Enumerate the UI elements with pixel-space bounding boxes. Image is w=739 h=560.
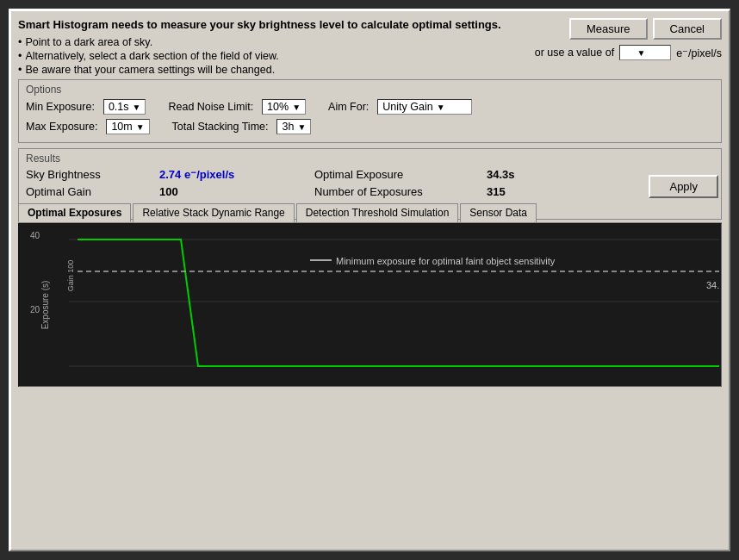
- min-exposure-dropdown[interactable]: 0.1s▼: [103, 99, 146, 115]
- main-title: Smart Histogram needs to measure your sk…: [18, 18, 535, 31]
- or-use-label: or use a value of: [535, 47, 614, 59]
- tab-sensor-data[interactable]: Sensor Data: [460, 203, 537, 222]
- bullet-3: • Be aware that your camera settings wil…: [18, 64, 535, 76]
- y-axis: 40 20: [19, 224, 41, 386]
- tabs-row: Optimal Exposures Relative Stack Dynamic…: [18, 203, 722, 223]
- aim-for-dropdown[interactable]: Unity Gain▼: [377, 99, 472, 115]
- svg-text:Gain 100: Gain 100: [66, 260, 75, 292]
- bullet-1: • Point to a dark area of sky.: [18, 36, 535, 48]
- total-stacking-label: Total Stacking Time:: [172, 121, 269, 133]
- aim-for-label: Aim For:: [328, 101, 369, 113]
- svg-text:34.3s: 34.3s: [706, 280, 719, 290]
- value-dropdown[interactable]: ▼: [619, 45, 671, 60]
- chart-area: 40 20 Exposure (s) Gain 100 Minimum expo…: [18, 223, 722, 387]
- apply-button[interactable]: Apply: [649, 175, 718, 198]
- measure-button[interactable]: Measure: [569, 18, 648, 40]
- y-tick-40: 40: [21, 231, 40, 240]
- cancel-button[interactable]: Cancel: [653, 18, 722, 40]
- tab-optimal-exposures[interactable]: Optimal Exposures: [18, 203, 131, 222]
- results-title: Results: [26, 152, 714, 165]
- pixel-unit-label: e⁻/pixel/s: [676, 47, 722, 59]
- max-exposure-label: Max Exposure:: [26, 121, 97, 133]
- total-stacking-dropdown[interactable]: 3h▼: [276, 119, 311, 134]
- options-section: Options Min Exposure: 0.1s▼ Read Noise L…: [18, 79, 722, 143]
- read-noise-label: Read Noise Limit:: [168, 101, 253, 113]
- y-tick-20: 20: [21, 305, 40, 314]
- svg-text:Minimum exposure for optimal f: Minimum exposure for optimal faint objec…: [336, 256, 556, 266]
- max-exposure-dropdown[interactable]: 10m▼: [106, 119, 149, 134]
- bullet-2: • Alternatively, select a dark section o…: [18, 50, 535, 62]
- min-exposure-label: Min Exposure:: [26, 101, 95, 113]
- options-title: Options: [26, 84, 714, 96]
- chart-svg: Gain 100 Minimum exposure for optimal fa…: [43, 224, 719, 386]
- tab-detection-threshold[interactable]: Detection Threshold Simulation: [296, 203, 459, 222]
- read-noise-dropdown[interactable]: 10%▼: [262, 99, 306, 115]
- tab-relative-stack[interactable]: Relative Stack Dynamic Range: [133, 203, 294, 222]
